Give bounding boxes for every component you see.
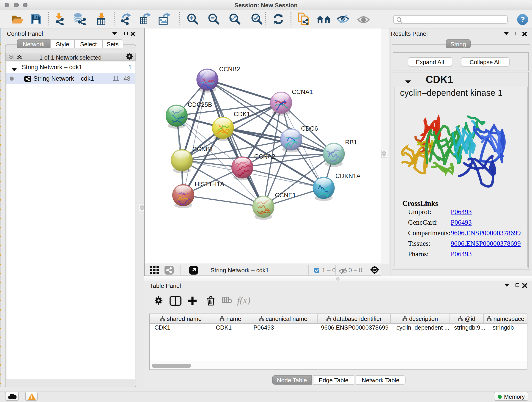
svg-text:?: ?	[520, 15, 525, 24]
svg-text:HIST1H1A: HIST1H1A	[195, 181, 224, 188]
svg-text:CCNA1: CCNA1	[292, 89, 313, 95]
svg-text:CDC25B: CDC25B	[187, 101, 212, 108]
svg-text:CCNB2: CCNB2	[219, 66, 240, 73]
svg-text:CCNA2: CCNA2	[254, 153, 275, 160]
svg-text:RB1: RB1	[345, 139, 357, 146]
svg-text:CCNE1: CCNE1	[275, 192, 296, 199]
svg-text:CDC6: CDC6	[301, 125, 318, 132]
svg-text:CDK1: CDK1	[234, 111, 250, 118]
svg-text:CDKN1A: CDKN1A	[335, 172, 360, 179]
svg-text:CCNB1: CCNB1	[192, 146, 213, 153]
